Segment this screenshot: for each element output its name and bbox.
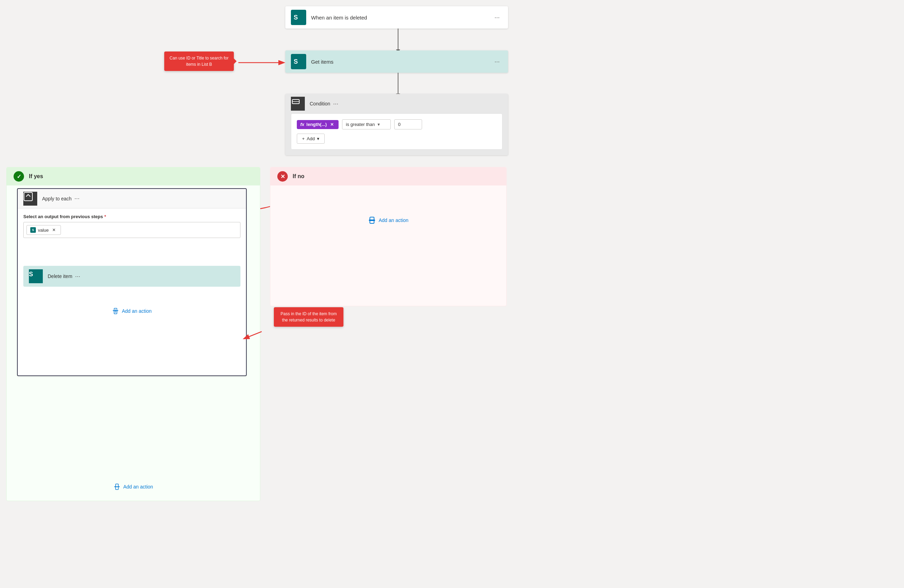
arrow-get-items <box>239 56 291 70</box>
func-badge[interactable]: fx length(...) ✕ <box>297 120 338 129</box>
if-yes-title: If yes <box>29 173 43 180</box>
condition-body: fx length(...) ✕ is greater than ▾ 0 + A… <box>291 114 503 150</box>
apply-header: Apply to each ··· <box>18 189 246 209</box>
add-condition-btn[interactable]: + Add ▾ <box>297 134 325 144</box>
operator-value: is greater than <box>346 122 375 127</box>
select-output-label: Select an output from previous steps * <box>23 214 240 219</box>
line <box>398 73 398 93</box>
func-close-btn[interactable]: ✕ <box>329 122 335 128</box>
trigger-more-btn[interactable]: ··· <box>492 13 503 23</box>
get-items-more-btn[interactable]: ··· <box>492 57 503 67</box>
add-plus: + <box>302 136 305 141</box>
delete-item-block: S Delete item ··· <box>23 266 240 287</box>
trigger-title: When an item is deleted <box>311 14 492 21</box>
svg-text:S: S <box>29 271 33 278</box>
if-no-header: ✕ If no <box>270 168 506 185</box>
if-yes-header: ✓ If yes <box>6 168 260 185</box>
value-text: value <box>38 228 49 233</box>
if-no-title: If no <box>292 173 305 180</box>
value-badge: S value ✕ <box>27 225 61 235</box>
svg-rect-5 <box>24 193 32 201</box>
operator-dropdown[interactable]: is greater than ▾ <box>342 119 391 130</box>
add-action-yes-link[interactable]: Add an action <box>114 483 153 490</box>
delete-icon: S <box>29 269 43 283</box>
svg-rect-11 <box>114 487 120 487</box>
apply-to-each-block: Apply to each ··· Select an output from … <box>17 188 247 376</box>
output-input-field[interactable]: S value ✕ <box>23 222 240 238</box>
condition-title: Condition <box>310 101 330 106</box>
checkmark-icon: ✓ <box>14 171 24 182</box>
connector-2 <box>396 73 400 96</box>
callout-get-items: Can use ID or Title to search for items … <box>164 52 234 71</box>
if-no-panel: ✕ If no Add an action <box>270 167 507 306</box>
condition-row: fx length(...) ✕ is greater than ▾ 0 <box>297 119 496 130</box>
dropdown-chevron: ▾ <box>378 122 380 127</box>
get-items-icon: S <box>291 54 306 69</box>
value-icon: S <box>30 227 36 233</box>
add-action-no-link[interactable]: Add an action <box>368 217 408 224</box>
apply-body: Select an output from previous steps * S… <box>18 209 246 320</box>
connector-1 <box>396 28 400 52</box>
x-icon: ✕ <box>277 171 288 182</box>
condition-header: Condition ··· <box>285 94 508 114</box>
add-action-no-icon <box>368 217 376 224</box>
add-action-apply-label: Add an action <box>122 308 152 314</box>
add-action-no-label: Add an action <box>379 217 408 223</box>
condition-icon <box>291 97 305 111</box>
if-yes-panel: ✓ If yes Apply to each ··· Select an out… <box>6 167 260 501</box>
add-action-yes-label: Add an action <box>123 484 153 490</box>
svg-line-7 <box>244 332 262 338</box>
add-action-apply-link[interactable]: Add an action <box>112 308 152 315</box>
add-action-no-wrapper: Add an action <box>270 185 506 255</box>
apply-icon <box>23 192 37 205</box>
get-items-title: Get items <box>311 59 492 65</box>
add-action-yes-wrapper: Add an action <box>114 483 153 490</box>
apply-more-btn[interactable]: ··· <box>72 193 82 204</box>
svg-text:S: S <box>294 58 298 65</box>
required-star: * <box>104 214 106 219</box>
arrow-delete <box>243 328 263 342</box>
add-chevron: ▾ <box>317 136 319 141</box>
line <box>398 28 398 49</box>
value-close-btn[interactable]: ✕ <box>51 227 57 233</box>
fx-icon: fx <box>300 122 305 127</box>
get-items-block: S Get items ··· <box>285 51 508 73</box>
condition-block: Condition ··· fx length(...) ✕ is greate… <box>285 94 508 155</box>
delete-title: Delete item <box>48 273 73 279</box>
condition-value-input[interactable]: 0 <box>394 119 422 130</box>
add-action-apply-wrapper: Add an action <box>23 308 240 315</box>
func-text: length(...) <box>307 122 327 127</box>
condition-more-btn[interactable]: ··· <box>330 99 341 109</box>
add-label: Add <box>307 136 315 141</box>
trigger-icon: S <box>291 10 306 25</box>
apply-title: Apply to each <box>42 196 72 201</box>
flow-canvas: S When an item is deleted ··· S Get item… <box>0 0 904 588</box>
add-action-yes-icon <box>114 483 120 490</box>
callout-delete: Pass in the ID of the item from the retu… <box>274 307 343 327</box>
add-action-icon <box>112 308 119 315</box>
trigger-block: S When an item is deleted ··· <box>285 6 508 28</box>
svg-text:S: S <box>294 14 298 21</box>
delete-more-btn[interactable]: ··· <box>73 271 83 281</box>
